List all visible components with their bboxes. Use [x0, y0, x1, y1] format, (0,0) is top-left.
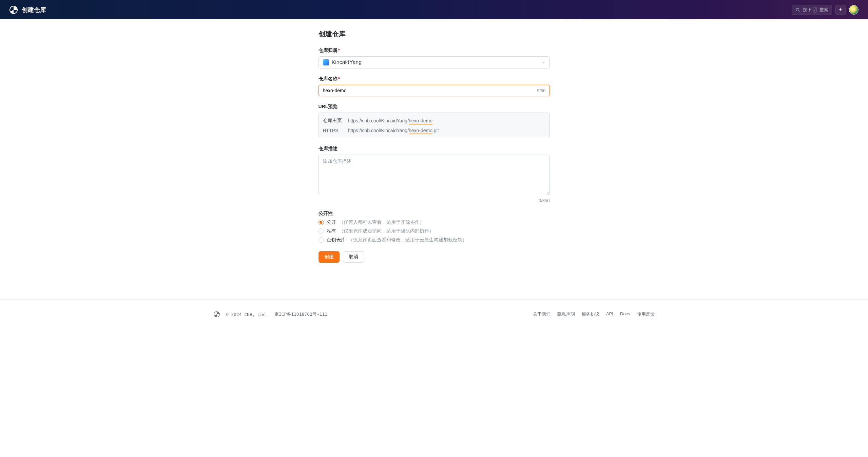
url-preview-group: URL预览 仓库主页 https://cnb.cool/KincaidYang/…: [319, 104, 550, 138]
chevron-down-icon: [541, 60, 545, 64]
search-icon: [795, 7, 800, 12]
radio-desc: （仅允许页面查看和修改，适用于云原生构建加载密钥）: [348, 237, 467, 243]
url-home-label: 仓库主页: [323, 118, 343, 124]
footer-logo-icon: [214, 311, 220, 317]
visibility-radio-group: 公开 （任何人都可以查看，适用于开源协作） 私有 （仅限仓库成员访问，适用于团队…: [319, 219, 550, 243]
form-actions: 创建 取消: [319, 251, 550, 263]
footer-link-feedback[interactable]: 使用反馈: [637, 311, 655, 317]
owner-select[interactable]: KincaidYang: [319, 56, 550, 68]
desc-char-counter: 0/350: [319, 198, 550, 203]
page-footer: © 2024 CNB, Inc. 京ICP备11018762号-111 关于我们…: [180, 300, 689, 327]
global-search[interactable]: 按下 / 搜索: [792, 5, 832, 15]
owner-value: KincaidYang: [332, 59, 362, 65]
kbd-slash: /: [813, 7, 817, 13]
user-avatar[interactable]: [849, 5, 859, 15]
radio-icon: [319, 220, 324, 225]
owner-field-group: 仓库归属* KincaidYang: [319, 47, 550, 68]
radio-label: 私有: [327, 228, 336, 234]
footer-link-privacy[interactable]: 隐私声明: [557, 311, 575, 317]
desc-textarea-wrap: [319, 155, 550, 197]
footer-left: © 2024 CNB, Inc. 京ICP备11018762号-111: [214, 311, 328, 317]
footer-link-tos[interactable]: 服务协议: [582, 311, 599, 317]
cancel-button[interactable]: 取消: [343, 251, 364, 263]
name-field-group: 仓库名称* 9/50: [319, 76, 550, 96]
desc-label: 仓库描述: [319, 146, 550, 152]
owner-select-content: KincaidYang: [323, 59, 362, 65]
visibility-option-secret[interactable]: 密钥仓库 （仅允许页面查看和修改，适用于云原生构建加载密钥）: [319, 237, 550, 243]
repo-name-input[interactable]: [319, 85, 550, 96]
footer-icp[interactable]: 京ICP备11018762号-111: [274, 311, 327, 317]
radio-label: 公开: [327, 219, 336, 225]
main-form-container: 创建仓库 仓库归属* KincaidYang 仓库名称* 9/50 URL预览 …: [319, 19, 550, 283]
url-row-home: 仓库主页 https://cnb.cool/KincaidYang/hexo-d…: [323, 118, 545, 124]
page-title: 创建仓库: [319, 29, 550, 39]
owner-avatar-icon: [323, 59, 329, 65]
name-input-wrap: 9/50: [319, 85, 550, 96]
footer-wrap: © 2024 CNB, Inc. 京ICP备11018762号-111 关于我们…: [0, 299, 868, 327]
search-kbd-hint: 按下 /: [803, 7, 817, 13]
url-preview-box: 仓库主页 https://cnb.cool/KincaidYang/hexo-d…: [319, 113, 550, 138]
url-https-value: https://cnb.cool/KincaidYang/hexo-demo.g…: [348, 128, 439, 133]
repo-desc-textarea[interactable]: [319, 155, 550, 195]
name-char-counter: 9/50: [537, 88, 545, 93]
name-label: 仓库名称*: [319, 76, 550, 82]
brand-logo-icon: [9, 6, 18, 14]
header-left: 创建仓库: [9, 6, 46, 14]
footer-link-docs[interactable]: Docs: [620, 311, 630, 317]
url-home-value: https://cnb.cool/KincaidYang/hexo-demo: [348, 118, 433, 123]
create-new-button[interactable]: +: [835, 5, 846, 15]
visibility-option-public[interactable]: 公开 （任何人都可以查看，适用于开源协作）: [319, 219, 550, 225]
url-https-label: HTTPS: [323, 128, 343, 133]
kbd-press-text: 按下: [803, 7, 812, 13]
radio-desc: （仅限仓库成员访问，适用于团队内部协作）: [339, 228, 434, 234]
svg-line-2: [798, 11, 799, 12]
header-right: 按下 / 搜索 +: [792, 5, 859, 15]
footer-link-api[interactable]: API: [606, 311, 613, 317]
footer-links: 关于我们 隐私声明 服务协议 API Docs 使用反馈: [533, 311, 655, 317]
search-text: 搜索: [819, 7, 828, 13]
app-header: 创建仓库 按下 / 搜索 +: [0, 0, 868, 19]
create-button[interactable]: 创建: [319, 251, 340, 263]
required-mark: *: [338, 47, 340, 53]
radio-desc: （任何人都可以查看，适用于开源协作）: [339, 219, 424, 225]
url-row-https: HTTPS https://cnb.cool/KincaidYang/hexo-…: [323, 128, 545, 133]
owner-label: 仓库归属*: [319, 47, 550, 54]
radio-label: 密钥仓库: [327, 237, 346, 243]
visibility-field-group: 公开性 公开 （任何人都可以查看，适用于开源协作） 私有 （仅限仓库成员访问，适…: [319, 211, 550, 243]
footer-copyright: © 2024 CNB, Inc.: [226, 312, 268, 317]
url-preview-label: URL预览: [319, 104, 550, 110]
plus-icon: +: [839, 6, 843, 13]
visibility-label: 公开性: [319, 211, 550, 217]
desc-field-group: 仓库描述 0/350: [319, 146, 550, 203]
visibility-option-private[interactable]: 私有 （仅限仓库成员访问，适用于团队内部协作）: [319, 228, 550, 234]
footer-link-about[interactable]: 关于我们: [533, 311, 551, 317]
required-mark: *: [338, 76, 340, 81]
header-title: 创建仓库: [22, 6, 46, 14]
radio-icon: [319, 237, 324, 243]
radio-icon: [319, 228, 324, 234]
svg-point-1: [796, 8, 799, 11]
